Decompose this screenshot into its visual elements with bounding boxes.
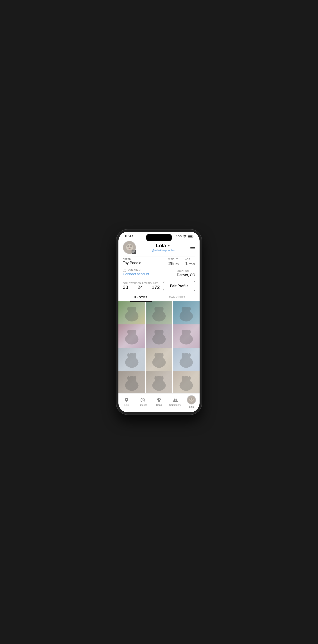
- profile-section: Lola ▼ @lola-the-poodle- BREED Toy Poodl…: [118, 239, 200, 302]
- profile-title: Lola ▼ @lola-the-poodle-: [136, 243, 190, 252]
- breed-value: Toy Poodle: [123, 261, 164, 265]
- rank-icon: [156, 397, 162, 403]
- hamburger-menu[interactable]: [190, 246, 195, 249]
- svg-point-36: [134, 330, 136, 334]
- instagram-icon: [123, 269, 126, 272]
- live-icon: [124, 397, 130, 403]
- edit-profile-button[interactable]: Edit Profile: [163, 281, 195, 291]
- nav-live[interactable]: Live: [118, 397, 135, 406]
- followers-stat: FOLLOWERS 38: [123, 282, 138, 290]
- wifi-icon: [183, 235, 187, 238]
- photo-grid: [118, 302, 200, 393]
- svg-rect-17: [134, 252, 134, 252]
- svg-point-8: [129, 248, 130, 249]
- social-stats-row: FOLLOWERS 38 FOLLOWING 24 LIKES 172 Edit…: [123, 281, 195, 291]
- bottom-nav: Live Timeline Rank: [118, 393, 200, 412]
- svg-rect-18: [135, 252, 135, 252]
- photo-cell[interactable]: [118, 302, 145, 328]
- nav-timeline-label: Timeline: [138, 404, 147, 406]
- weight-stat: WEIGHT 25 lbs: [168, 258, 179, 266]
- nav-profile-avatar: [187, 395, 196, 404]
- dynamic-island: [146, 234, 172, 241]
- svg-point-27: [154, 307, 157, 311]
- profile-handle: @lola-the-poodle-: [136, 249, 190, 252]
- svg-point-56: [188, 353, 191, 357]
- svg-point-60: [134, 376, 136, 380]
- svg-rect-20: [135, 253, 135, 253]
- location-section: LOCATION Denver, CO: [177, 269, 195, 277]
- svg-rect-2: [193, 236, 194, 237]
- divider-2: [123, 279, 195, 279]
- likes-stat: LIKES 172: [152, 282, 163, 290]
- svg-point-5: [127, 245, 130, 248]
- nav-timeline[interactable]: Timeline: [135, 397, 151, 406]
- svg-point-73: [190, 400, 192, 401]
- avatar-wrap[interactable]: [123, 241, 136, 254]
- svg-point-72: [192, 398, 193, 400]
- nav-community[interactable]: Community: [167, 397, 183, 406]
- nav-rank[interactable]: Rank: [151, 397, 167, 406]
- svg-point-39: [154, 330, 157, 334]
- community-icon: [172, 397, 178, 403]
- svg-point-35: [127, 330, 130, 334]
- dropdown-arrow[interactable]: ▼: [167, 244, 170, 248]
- svg-point-63: [154, 376, 157, 380]
- svg-point-31: [182, 307, 184, 311]
- photo-cell[interactable]: [146, 324, 172, 351]
- sos-indicator: SOS: [176, 235, 182, 238]
- svg-point-67: [182, 376, 184, 380]
- photo-cell[interactable]: [173, 302, 200, 328]
- following-value: 24: [138, 284, 152, 290]
- svg-point-10: [129, 248, 130, 250]
- profile-header: Lola ▼ @lola-the-poodle-: [123, 241, 195, 254]
- photo-cell[interactable]: [118, 348, 145, 374]
- timeline-icon: [140, 397, 146, 403]
- age-stat: AGE 1 Year: [185, 258, 195, 266]
- location-value: Denver, CO: [177, 273, 195, 277]
- photo-cell[interactable]: [173, 324, 200, 351]
- photo-cell[interactable]: [173, 348, 200, 374]
- weight-value: 25 lbs: [168, 261, 179, 266]
- profile-name: Lola ▼: [136, 243, 190, 248]
- qr-badge: [132, 250, 136, 254]
- instagram-location-row: INSTAGRAM Connect account LOCATION Denve…: [123, 269, 195, 277]
- following-stat: FOLLOWING 24: [138, 282, 152, 290]
- nav-live-label: Live: [124, 404, 129, 406]
- breed-stats-row: BREED Toy Poodle WEIGHT 25 lbs AGE: [123, 258, 195, 266]
- svg-point-48: [134, 353, 136, 357]
- photo-cell[interactable]: [146, 371, 172, 393]
- svg-point-51: [154, 353, 157, 357]
- status-time: 10:47: [124, 234, 133, 238]
- instagram-section: INSTAGRAM Connect account: [123, 269, 149, 276]
- likes-value: 172: [152, 284, 163, 290]
- photo-cell[interactable]: [173, 371, 200, 393]
- nav-rank-label: Rank: [156, 404, 162, 406]
- profile-tabs: PHOTOS RANKINGS: [123, 294, 195, 302]
- svg-point-68: [188, 376, 191, 380]
- phone-frame: 10:47 SOS: [116, 230, 202, 414]
- photo-cell[interactable]: [118, 371, 145, 393]
- tab-photos[interactable]: PHOTOS: [123, 294, 159, 301]
- photo-cell[interactable]: [146, 302, 172, 328]
- svg-point-52: [161, 353, 164, 357]
- svg-rect-16: [133, 252, 133, 253]
- battery-icon: [188, 235, 194, 238]
- photo-cell[interactable]: [146, 348, 172, 374]
- svg-point-24: [134, 307, 136, 311]
- photo-cell[interactable]: [118, 324, 145, 351]
- svg-point-44: [188, 330, 191, 334]
- svg-rect-14: [134, 251, 135, 251]
- nav-profile[interactable]: Lola: [183, 395, 200, 408]
- status-icons: SOS: [176, 235, 194, 238]
- age-value: 1 Year: [185, 261, 195, 266]
- instagram-label: INSTAGRAM: [123, 269, 149, 272]
- connect-account-link[interactable]: Connect account: [123, 272, 149, 276]
- svg-point-32: [188, 307, 191, 311]
- svg-point-64: [161, 376, 164, 380]
- svg-point-71: [190, 398, 191, 400]
- svg-rect-19: [134, 253, 134, 253]
- svg-point-55: [182, 353, 184, 357]
- tab-rankings[interactable]: RANKINGS: [159, 294, 195, 301]
- svg-point-43: [182, 330, 184, 334]
- svg-point-28: [161, 307, 164, 311]
